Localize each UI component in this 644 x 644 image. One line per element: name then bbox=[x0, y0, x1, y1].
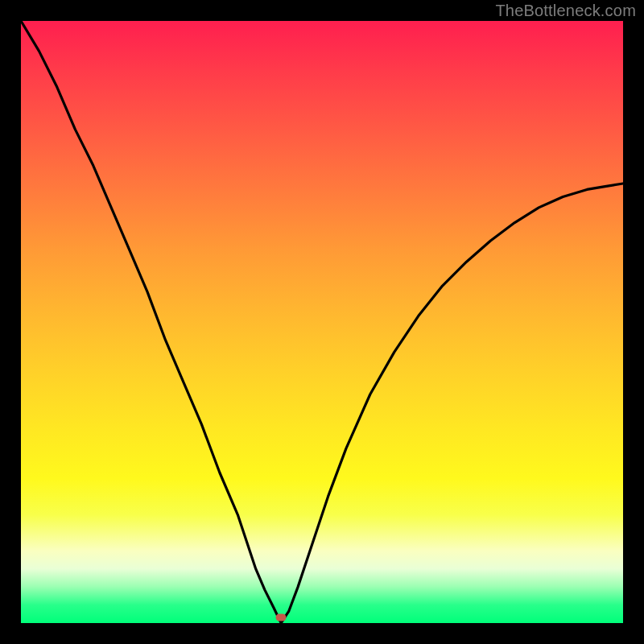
chart-root: TheBottleneck.com bbox=[0, 0, 644, 644]
watermark-text: TheBottleneck.com bbox=[495, 2, 636, 20]
bottleneck-curve bbox=[21, 21, 623, 623]
plot-area bbox=[21, 21, 623, 623]
min-point-marker bbox=[276, 613, 287, 621]
